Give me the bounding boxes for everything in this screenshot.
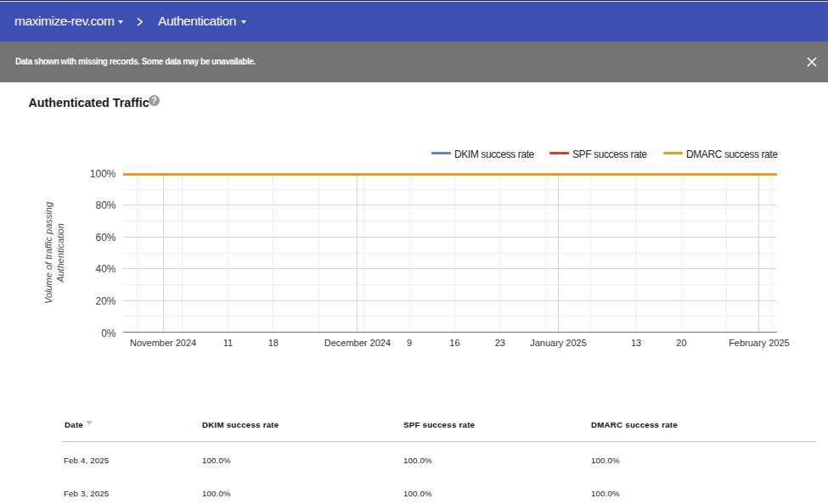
svg-text:Volume of traffic passing: Volume of traffic passing <box>43 201 54 304</box>
svg-text:13: 13 <box>631 338 641 348</box>
svg-text:23: 23 <box>495 338 505 348</box>
svg-text:February 2025: February 2025 <box>729 338 790 348</box>
svg-text:100%: 100% <box>90 168 116 180</box>
svg-text:18: 18 <box>268 338 279 348</box>
svg-text:40%: 40% <box>95 263 115 275</box>
svg-text:December 2024: December 2024 <box>324 338 391 348</box>
svg-text:60%: 60% <box>95 232 115 244</box>
svg-text:9: 9 <box>407 338 412 348</box>
svg-text:80%: 80% <box>95 199 115 211</box>
svg-text:16: 16 <box>449 338 459 348</box>
svg-text:20%: 20% <box>95 295 115 307</box>
svg-text:20: 20 <box>676 338 686 348</box>
svg-text:November 2024: November 2024 <box>130 338 196 348</box>
svg-text:11: 11 <box>223 338 233 348</box>
svg-text:January 2025: January 2025 <box>530 338 587 348</box>
svg-text:Authentication: Authentication <box>55 223 65 283</box>
svg-text:0%: 0% <box>101 328 116 339</box>
